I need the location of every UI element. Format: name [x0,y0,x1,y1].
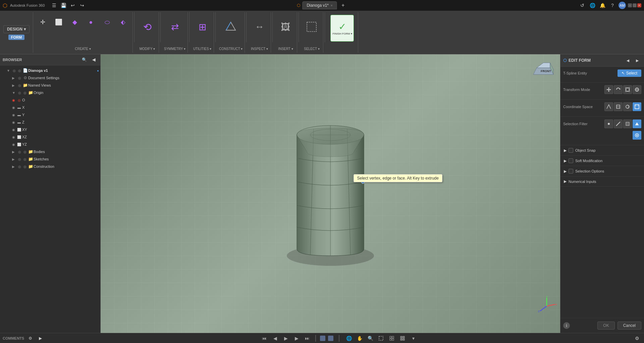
tree-item-named-views[interactable]: ▶ ◎ 📁 Named Views [0,82,100,89]
transform-btn-4[interactable] [633,85,641,94]
select-tool-main[interactable] [302,13,321,40]
modify-tool-main[interactable]: ⟲ [138,13,157,40]
create-tool-crosshair[interactable]: ✛ [35,13,50,31]
finish-form-button[interactable]: ✓ FINISH FORM ▾ [330,15,354,42]
transform-btn-1[interactable] [604,85,613,94]
tree-arrow-nv[interactable]: ▶ [12,84,17,87]
tree-item-root[interactable]: ▼ ◎ ◎ 📄 Dianoga v1 ● [0,67,100,74]
play-last-button[interactable]: ⏭ [303,334,311,342]
filter-btn-face[interactable] [623,119,632,128]
tree-item-z[interactable]: ◉ ▬ Z [0,118,100,126]
transform-btn-2[interactable] [614,85,623,94]
create-tool-sphere[interactable]: ● [84,13,98,31]
timeline-item-1[interactable] [320,336,325,341]
globe-icon[interactable]: 🌐 [588,1,596,9]
filter-btn-edge[interactable] [614,119,623,128]
select-button[interactable]: ↖ Select [618,69,641,77]
construct-tool-main[interactable] [221,13,240,40]
tree-item-origin[interactable]: ▼ ◎ ◎ 📁 Origin [0,89,100,96]
hamburger-icon[interactable]: ☰ [50,1,58,9]
tree-item-yz[interactable]: ◉ ⬜ YZ [0,141,100,148]
object-snap-checkbox[interactable] [569,148,573,153]
soft-modification-header[interactable]: ▶ Soft Modification [560,156,644,166]
close-button[interactable]: × [637,3,641,7]
cancel-button[interactable]: Cancel [618,322,641,330]
tree-item-x[interactable]: ◉ ▬ X [0,104,100,111]
maximize-button[interactable]: □ [633,3,637,7]
design-mode-button[interactable]: DESIGN ▾ [3,25,30,33]
tree-vis-y[interactable]: ◉ [11,113,16,117]
filter-btn-body[interactable] [633,119,641,128]
tree-vis-sketches[interactable]: ◎ [17,157,22,161]
selection-options-header[interactable]: ▶ Selection Options [560,166,644,176]
view-pan-button[interactable]: ✋ [356,334,364,342]
tree-vis-xz[interactable]: ◉ [11,135,16,139]
tree-item-doc-settings[interactable]: ▶ ◎ ⚙ Document Settings [0,74,100,82]
info-button[interactable]: ℹ [563,322,570,329]
redo-icon[interactable]: ↪ [78,1,86,9]
view-select-button[interactable] [377,334,385,342]
tree-vis-z[interactable]: ◉ [11,120,16,124]
help-icon[interactable]: ? [608,1,616,9]
comments-expand-icon[interactable]: ▶ [36,334,44,342]
coord-btn-3[interactable] [623,102,632,111]
ok-button[interactable]: OK [597,322,614,330]
create-tool-box[interactable]: ⬜ [51,13,66,31]
tree-vis-nv[interactable]: ◎ [17,84,22,87]
tree-vis2-origin[interactable]: ◎ [22,91,28,95]
tree-vis2-construction[interactable]: ◎ [22,165,28,168]
sel-options-checkbox[interactable] [569,169,573,174]
tree-arrow-doc[interactable]: ▶ [12,76,17,80]
coord-btn-2[interactable] [614,102,623,111]
tree-vis-xy[interactable]: ◉ [11,128,16,132]
browser-search-icon[interactable]: 🔍 [80,56,88,64]
view-orbit-button[interactable]: 🌐 [345,334,353,342]
tree-item-bodies[interactable]: ▶ ◎ ◎ 📁 Bodies [0,148,100,155]
tree-item-sketches[interactable]: ▶ ◎ ◎ 📁 Sketches [0,155,100,163]
filter-extra-btn[interactable] [633,131,641,140]
tree-vis2-bodies[interactable]: ◎ [22,150,28,154]
view-grid-button[interactable] [388,334,396,342]
bell-icon[interactable]: 🔔 [598,1,606,9]
tree-vis-o[interactable]: ◉ [11,98,16,102]
timeline-item-2[interactable] [328,336,333,341]
browser-collapse-icon[interactable]: ◀ [90,56,98,64]
utilities-tool-main[interactable]: ⊞ [193,13,212,40]
add-tab-icon[interactable]: + [339,1,347,9]
tree-item-construction[interactable]: ▶ ◎ ◎ 📁 Construction [0,163,100,170]
play-prev-button[interactable]: ◀ [271,334,279,342]
tree-arrow-construction[interactable]: ▶ [12,165,17,168]
tree-arrow-origin[interactable]: ▼ [12,91,17,95]
tree-vis-root[interactable]: ◎ [11,69,17,72]
create-tool-diamond[interactable]: ◆ [67,13,82,31]
tree-vis-origin[interactable]: ◎ [17,91,22,95]
minimize-button[interactable]: − [628,3,632,7]
tree-vis2-root[interactable]: ◎ [17,69,22,72]
numerical-inputs-header[interactable]: ▶ Numerical Inputs [560,177,644,186]
tree-vis-x[interactable]: ◉ [11,106,16,109]
tree-vis-doc[interactable]: ◎ [17,76,22,80]
insert-tool-main[interactable]: 🖼 [276,13,295,40]
tree-arrow-root[interactable]: ▼ [7,69,11,72]
panel-options-icon[interactable]: ▶ [633,56,641,64]
viewcube[interactable]: FRONT [530,58,557,85]
coord-btn-1[interactable] [604,102,613,111]
tree-vis-yz[interactable]: ◉ [11,143,16,146]
tree-vis2-sketches[interactable]: ◎ [22,157,28,161]
play-first-button[interactable]: ⏮ [260,334,268,342]
symmetry-tool-main[interactable]: ⇄ [165,13,184,40]
tree-vis-bodies[interactable]: ◎ [17,150,22,154]
object-snap-header[interactable]: ▶ Object Snap [560,145,644,155]
create-tool-torus[interactable]: ⬭ [100,13,114,31]
tree-arrow-sketches[interactable]: ▶ [12,157,17,161]
panel-expand-icon[interactable]: ◀ [624,56,632,64]
coord-btn-4[interactable] [633,102,641,111]
tree-item-xy[interactable]: ◉ ⬜ XY [0,126,100,133]
document-tab[interactable]: Dianoga v1* × [302,1,337,9]
comments-settings-icon[interactable]: ⚙ [26,334,34,342]
undo-icon[interactable]: ↩ [69,1,77,9]
play-button[interactable]: ▶ [282,334,290,342]
create-tool-arrow[interactable]: ⬖ [116,13,130,31]
view-zoom-button[interactable]: 🔍 [366,334,374,342]
filter-btn-vertex[interactable] [604,119,613,128]
